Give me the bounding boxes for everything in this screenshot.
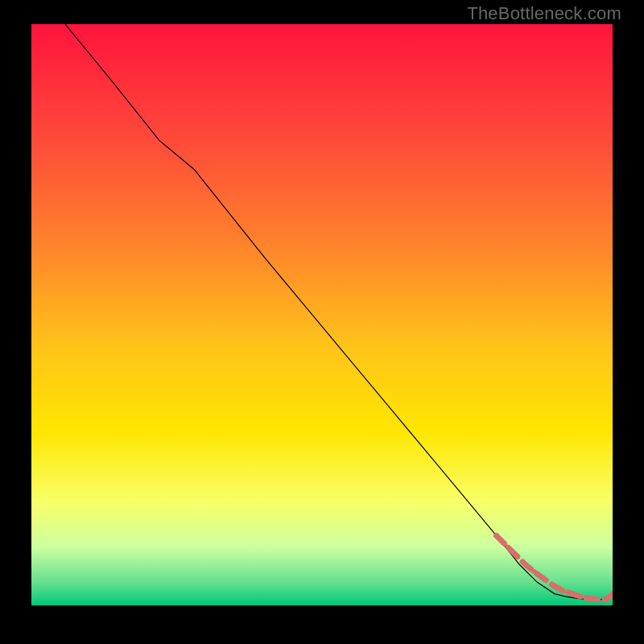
series-resolution-points-point bbox=[569, 591, 574, 596]
series-resolution-points-point bbox=[531, 569, 536, 574]
series-resolution-points-point bbox=[560, 588, 565, 593]
series-resolution-points-point bbox=[514, 553, 519, 558]
series-resolution-points-point bbox=[506, 545, 510, 550]
chart-container: TheBottleneck.com bbox=[0, 0, 644, 644]
series-resolution-points-point bbox=[523, 562, 528, 567]
series-resolution-points-point bbox=[552, 584, 557, 588]
chart-svg bbox=[31, 24, 613, 605]
series-resolution-points-point bbox=[578, 594, 583, 599]
series-resolution-points-point bbox=[493, 533, 498, 538]
series-resolution-points-point bbox=[587, 596, 592, 601]
series-resolution-points-point bbox=[605, 597, 609, 602]
series-resolution-points-point bbox=[596, 597, 601, 602]
plot-area bbox=[31, 24, 613, 605]
watermark-text: TheBottleneck.com bbox=[467, 3, 621, 24]
gradient-background bbox=[31, 24, 613, 605]
series-resolution-points-point bbox=[540, 576, 545, 580]
